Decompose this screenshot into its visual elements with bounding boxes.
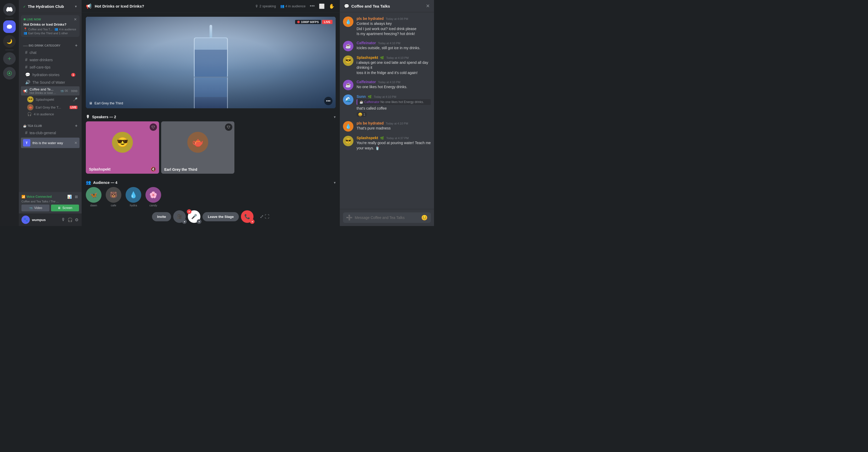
stage-icon: 📢 xyxy=(23,89,28,93)
category-big-drink[interactable]: ----- BIG DRINK CATEGORY + xyxy=(19,39,82,49)
discover-server-button[interactable] xyxy=(3,67,16,79)
voice-disconnect-btn[interactable]: ⊠ xyxy=(74,194,79,199)
audience-count-header: 👥 4 in audience xyxy=(280,4,306,8)
video-options-button[interactable]: ••• xyxy=(324,97,333,105)
leave-stage-button[interactable]: Leave the Stage xyxy=(203,212,239,221)
voice-activity-btn[interactable]: 📊 xyxy=(66,194,73,199)
volume-icon: 🔊 xyxy=(25,80,30,85)
caffeinator-avatar-2: ☕ xyxy=(343,80,353,90)
glass-top xyxy=(194,37,228,77)
channel-sound-of-water[interactable]: 🔊 The Sound of Water xyxy=(21,79,80,86)
splashspekt-avatar-img: 😎 xyxy=(112,132,133,153)
server-icon-user2[interactable]: 🌙 xyxy=(3,35,16,47)
audience-section-header[interactable]: 👥 Audience — 4 ▾ xyxy=(82,178,340,187)
settings-button[interactable]: ⚙ xyxy=(74,217,79,223)
stage-user-splashspekt[interactable]: 😎 Splashspekt 🎤 xyxy=(21,95,80,103)
tea-club-add-button[interactable]: + xyxy=(75,124,78,128)
mic-dropdown-arrow[interactable]: ▾ xyxy=(197,219,202,224)
channel-name-4: hydration-stories xyxy=(32,73,60,77)
audience-count-item: 🎧 4 in audience xyxy=(21,111,80,117)
reaction-laughing[interactable]: 😄 1 xyxy=(356,112,367,117)
audience-chevron: ▾ xyxy=(334,181,336,185)
main-content: 📢 Hot Drinks or Iced Drinks? 🎙 2 speakin… xyxy=(82,0,340,226)
mic-button-wrap: ✕ 🎤 ▾ xyxy=(188,210,200,223)
splashspekt-avatar-chat-2: 😎 xyxy=(343,136,353,146)
earl-grey-avatar: 🫖 xyxy=(27,104,33,110)
server-header[interactable]: ✓ The Hydration Club ▼ xyxy=(19,0,82,13)
camera-dropdown-arrow[interactable]: ▾ xyxy=(182,219,187,224)
discord-home-icon[interactable] xyxy=(3,3,16,16)
more-options-button[interactable]: ••• xyxy=(309,2,316,10)
channel-name-3: self-care-tips xyxy=(30,65,51,69)
mute-button[interactable]: 🎙 xyxy=(61,217,66,223)
splashspekt-avatar: 😎 xyxy=(27,96,33,102)
audience-member-hydra: 💧 hydra xyxy=(126,187,141,207)
add-attachment-button[interactable]: ➕ xyxy=(346,215,353,221)
message-splashspekt-1: 😎 Splashspekt 🌿 Today at 4:10 PM i alway… xyxy=(343,56,431,75)
camera-button-wrap: 🎥 ▾ xyxy=(173,210,186,223)
server-icon-hydration[interactable] xyxy=(3,21,16,33)
stage-channel-header[interactable]: 📢 Coffee and Te... Hot Drinks or Iced ..… xyxy=(21,86,80,95)
headphones-icon: 🎧 xyxy=(27,112,32,116)
category-tea-club[interactable]: ☕ TEA CLUB + xyxy=(19,119,82,129)
stage-user-earl-grey[interactable]: 🫖 Earl Grey the T... LIVE xyxy=(21,103,80,111)
mic-status-icon: 🎙 xyxy=(255,4,258,8)
caffeinator-avatar: ☕ xyxy=(343,41,353,51)
channel-tea-general[interactable]: # tea-club-general xyxy=(21,129,80,136)
channel-water-drinkers[interactable]: # water-drinkers xyxy=(21,57,80,63)
live-banner-channel: 📍 Coffee and Tea T... 👥 4 in audience xyxy=(24,28,77,31)
fullscreen-button[interactable]: ⬜ xyxy=(318,2,326,10)
audience-icon-header: 👥 xyxy=(280,4,284,8)
splashspekt-time-1: Today at 4:10 PM xyxy=(386,56,409,59)
stage-header: 📢 Hot Drinks or Iced Drinks? 🎙 2 speakin… xyxy=(82,0,340,12)
pls-time: Today at 4:08 PM xyxy=(385,17,408,21)
raise-hand-button[interactable]: ✋ xyxy=(328,2,336,10)
splashspekt-badge-1: 🌿 xyxy=(380,56,384,60)
hydra-avatar: 💧 xyxy=(126,187,141,203)
video-button[interactable]: 📹 Video xyxy=(22,204,50,212)
expand-button-2[interactable]: ⛶ xyxy=(265,214,270,220)
video-water-bg xyxy=(86,17,336,108)
mic-section-icon: 🎙 xyxy=(86,115,90,119)
add-server-button[interactable]: + xyxy=(3,52,16,65)
hangup-button-wrap: 📞 ▾ xyxy=(241,210,253,223)
chat-input-field[interactable] xyxy=(355,216,419,220)
audience-grid: 🦋 dawn 🐻 cafe 💧 hydra 🌸 candy xyxy=(82,187,340,210)
live-banner-close[interactable]: ✕ xyxy=(74,17,77,22)
channel-badge: 1 xyxy=(71,73,75,77)
stage-channel-icon: 📢 xyxy=(86,3,92,9)
audience-member-dawn: 🦋 dawn xyxy=(86,187,101,207)
channel-hydration-stories[interactable]: 💬 hydration-stories 1 xyxy=(21,71,80,78)
audience-member-cafe: 🐻 cafe xyxy=(106,187,121,207)
sunn-time: Today at 4:10 PM xyxy=(374,95,396,98)
splashspekt-text-1: i always get one iced latte and spend al… xyxy=(356,60,431,75)
hash-icon-2: # xyxy=(25,58,28,62)
pls-text-2: That's pure madness xyxy=(356,126,431,131)
hangup-dropdown-arrow[interactable]: ▾ xyxy=(250,219,254,224)
chat-close-button[interactable]: ✕ xyxy=(426,3,430,9)
video-count-icon: 📹 06 xyxy=(60,89,68,93)
speakers-section-header[interactable]: 🎙 Speakers — 2 ▾ xyxy=(82,112,340,121)
message-splashspekt-2: 😎 Splashspekt 🌿 Today at 4:37 PM You're … xyxy=(343,136,431,151)
channel-chat[interactable]: # chat xyxy=(21,49,80,56)
audience-count-label: 4 in audience xyxy=(34,112,54,116)
water-way-icon: T xyxy=(23,139,30,147)
stage-channel-coffee-tea[interactable]: 📢 Coffee and Te... Hot Drinks or Iced ..… xyxy=(21,86,80,117)
screen-button[interactable]: 🖥 Screen xyxy=(51,204,79,212)
sunn-reply: ☕ Caffeinator No one likes hot Energy dr… xyxy=(356,99,431,105)
invite-button[interactable]: Invite xyxy=(152,212,172,221)
deafen-button[interactable]: 🎧 xyxy=(67,217,73,223)
channel-self-care[interactable]: # self-care-tips xyxy=(21,64,80,71)
category-add-button[interactable]: + xyxy=(75,43,78,48)
server-verified-icon: ✓ xyxy=(23,5,26,9)
water-way-dm[interactable]: T this is the water way ✕ xyxy=(21,138,80,148)
server-dropdown-icon: ▼ xyxy=(74,5,78,8)
speaker-card-splashspekt: 🛡 😎 Splashspekt 🔇 xyxy=(86,121,159,174)
hash-icon: # xyxy=(25,50,28,55)
username-display: wumpus xyxy=(32,218,59,222)
hash-icon-tea: # xyxy=(25,131,28,135)
emoji-picker-button[interactable]: 😊 xyxy=(421,215,428,221)
water-way-close[interactable]: ✕ xyxy=(74,141,78,145)
expand-button-1[interactable]: ⤢ xyxy=(260,214,264,220)
message-sunn: 🌊 Sunn 🌿 Today at 4:10 PM ☕ Caffeinator … xyxy=(343,94,431,117)
